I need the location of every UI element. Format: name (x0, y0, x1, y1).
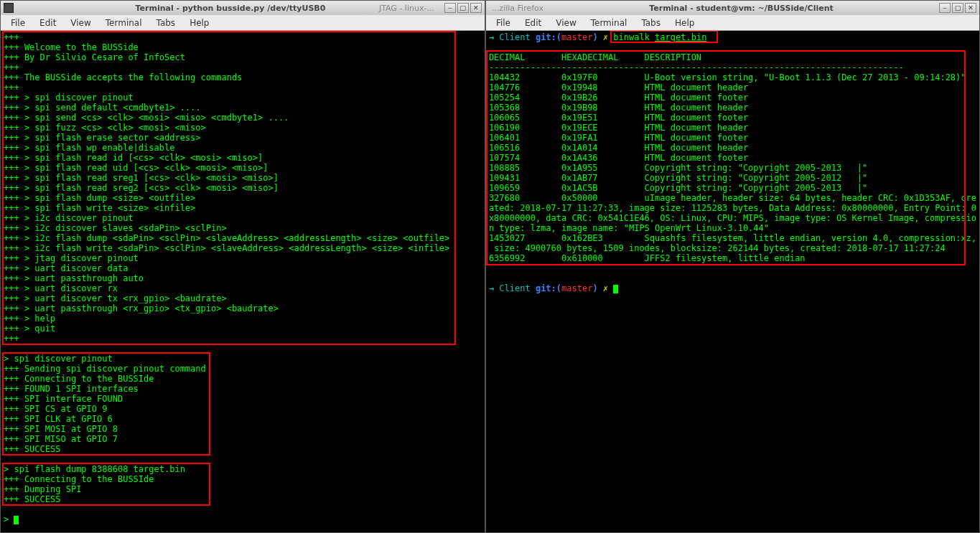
terminal-line: +++ > uart discover data (4, 263, 482, 273)
terminal-line: +++ > spi flash read id [<cs> <clk> <mos… (4, 153, 482, 163)
menu-terminal[interactable]: Terminal (98, 16, 149, 29)
maximize-button[interactable]: □ (457, 3, 469, 13)
menu-terminal[interactable]: Terminal (584, 16, 635, 29)
output-row: 104776 0x19948 HTML document header (489, 82, 976, 93)
menu-tabs[interactable]: Tabs (634, 16, 668, 29)
menubar-right: File Edit View Terminal Tabs Help (486, 15, 979, 31)
output-header: DECIMAL HEXADECIMAL DESCRIPTION (489, 52, 976, 62)
git-close: ) (592, 283, 602, 293)
terminal-line: +++ (4, 32, 482, 42)
behind-window-title: JTAG - linux-... (379, 4, 434, 13)
menu-edit[interactable]: Edit (32, 16, 63, 29)
menu-view[interactable]: View (63, 16, 98, 29)
cwd: Client (499, 32, 530, 42)
cwd: Client (499, 283, 530, 293)
terminal-line (489, 273, 976, 283)
terminal-line: +++ SUCCESS (4, 494, 482, 504)
menu-help[interactable]: Help (668, 16, 701, 29)
maximize-button[interactable]: □ (952, 3, 963, 13)
terminal-line: +++ > spi flash erase sector <address> (4, 133, 482, 143)
terminal-line: +++ (4, 334, 482, 344)
terminal-line: +++ > uart discover tx <rx_gpio> <baudra… (4, 293, 482, 303)
minimize-button[interactable]: ‒ (939, 3, 951, 13)
window-title-right: Terminal - student@vm: ~/BUSSide/Client (543, 4, 939, 13)
cursor-icon (613, 285, 618, 293)
terminal-line: +++ > spi fuzz <cs> <clk> <mosi> <miso> (4, 123, 482, 133)
output-row: ated: 2018-07-17 11:27:33, image size: 1… (489, 203, 976, 213)
terminal-line: +++ > i2c flash write <sdaPin> <sclPin> … (4, 243, 482, 253)
terminal-line: +++ SPI MOSI at GPIO 8 (4, 424, 482, 434)
terminal-window-right: ...zilla Firefox Terminal - student@vm: … (485, 0, 980, 533)
terminal-line: +++ > i2c flash dump <sdaPin> <sclPin> <… (4, 233, 482, 243)
menu-file[interactable]: File (489, 16, 518, 29)
command-arg: target.bin (655, 32, 706, 42)
output-row: 107574 0x1A436 HTML document footer (489, 153, 976, 163)
terminal-line: +++ SPI CS at GPIO 9 (4, 404, 482, 414)
terminal-line: +++ > spi flash read sreg2 [<cs> <clk> <… (4, 183, 482, 193)
output-row: 104432 0x197F0 U-Boot version string, "U… (489, 72, 976, 82)
menu-file[interactable]: File (4, 16, 32, 29)
terminal-line: +++ > jtag discover pinout (4, 253, 482, 263)
terminal-line (4, 344, 482, 354)
prompt-line[interactable]: → Client git:(master) ✗ (489, 283, 976, 293)
terminal-line: +++ Connecting to the BUSSIde (4, 474, 482, 484)
window-buttons-left: ‒ □ ✕ (444, 3, 482, 13)
menu-help[interactable]: Help (182, 16, 216, 29)
terminal-line: +++ > spi send <cs> <clk> <mosi> <miso> … (4, 113, 482, 123)
terminal-line: +++ > spi flash wp enable|disable (4, 143, 482, 153)
git-label: git:( (531, 283, 561, 293)
prompt-line: → Client git:(master) ✗ binwalk target.b… (489, 32, 976, 42)
terminal-line: +++ Sending spi discover pinout command (4, 364, 482, 374)
terminal-line: +++ > quit (4, 324, 482, 334)
behind-firefox-title: ...zilla Firefox (489, 4, 543, 13)
output-row: 106516 0x1A014 HTML document header (489, 143, 976, 153)
output-rule: ----------------------------------------… (489, 62, 976, 72)
terminal-line: +++ Connecting to the BUSSIde (4, 374, 482, 384)
menubar-left: File Edit View Terminal Tabs Help (1, 15, 485, 31)
terminal-line (4, 454, 482, 464)
output-row: 105368 0x19B98 HTML document header (489, 103, 976, 113)
terminal-line: +++ SUCCESS (4, 444, 482, 454)
terminal-line: +++ > spi flash write <size> <infile> (4, 203, 482, 213)
terminal-line: +++ Dumping SPI (4, 484, 482, 494)
arrow-icon: → (489, 32, 499, 42)
binwalk-output: DECIMAL HEXADECIMAL DESCRIPTION---------… (489, 52, 976, 263)
output-row: 105254 0x19B26 HTML document footer (489, 93, 976, 103)
menu-tabs[interactable]: Tabs (149, 16, 183, 29)
terminal-line: +++ > uart passthrough <rx_gpio> <tx_gpi… (4, 303, 482, 313)
titlebar-right[interactable]: ...zilla Firefox Terminal - student@vm: … (486, 1, 979, 15)
output-row: n type: lzma, image name: "MIPS OpenWrt … (489, 223, 976, 233)
terminal-line: +++ By Dr Silvio Cesare of InfoSect (4, 52, 482, 62)
terminal-line: > spi discover pinout (4, 354, 482, 364)
terminal-body-right[interactable]: → Client git:(master) ✗ binwalk target.b… (486, 31, 979, 532)
prompt-line[interactable]: > (4, 514, 482, 524)
terminal-line: > spi flash dump 8388608 target.bin (4, 464, 482, 474)
terminal-window-left: Terminal - python busside.py /dev/ttyUSB… (0, 0, 485, 533)
terminal-line: +++ SPI interface FOUND (4, 394, 482, 404)
terminal-line: +++ The BUSSide accepts the following co… (4, 72, 482, 82)
spi-dump-block: > spi flash dump 8388608 target.bin+++ C… (4, 464, 482, 504)
output-row: 108885 0x1A955 Copyright string: "Copyri… (489, 163, 976, 173)
spi-discover-block: > spi discover pinout+++ Sending spi dis… (4, 354, 482, 454)
terminal-body-left[interactable]: ++++++ Welcome to the BUSSide+++ By Dr S… (1, 31, 485, 532)
terminal-line (489, 42, 976, 52)
terminal-line: +++ Welcome to the BUSSide (4, 42, 482, 52)
terminal-line: +++ SPI MISO at GPIO 7 (4, 434, 482, 444)
window-buttons-right: ‒ □ ✕ (939, 3, 976, 13)
minimize-button[interactable]: ‒ (444, 3, 456, 13)
close-button[interactable]: ✕ (470, 3, 482, 13)
output-row: size: 4900760 bytes, 1509 inodes, blocks… (489, 243, 976, 253)
menu-view[interactable]: View (549, 16, 583, 29)
terminal-line: +++ > spi flash dump <size> <outfile> (4, 193, 482, 203)
titlebar-left[interactable]: Terminal - python busside.py /dev/ttyUSB… (1, 1, 485, 15)
close-button[interactable]: ✕ (965, 3, 976, 13)
git-label: git:( (531, 32, 561, 42)
terminal-line: +++ (4, 82, 482, 93)
output-row: 109431 0x1AB77 Copyright string: "Copyri… (489, 173, 976, 183)
output-row: 1453027 0x162BE3 Squashfs filesystem, li… (489, 233, 976, 243)
git-dirty-icon: ✗ (603, 32, 613, 42)
git-close: ) (592, 32, 602, 42)
menu-edit[interactable]: Edit (518, 16, 549, 29)
command-wrap: binwalk target.bin (613, 32, 706, 42)
terminal-line: +++ > uart passthrough auto (4, 273, 482, 283)
